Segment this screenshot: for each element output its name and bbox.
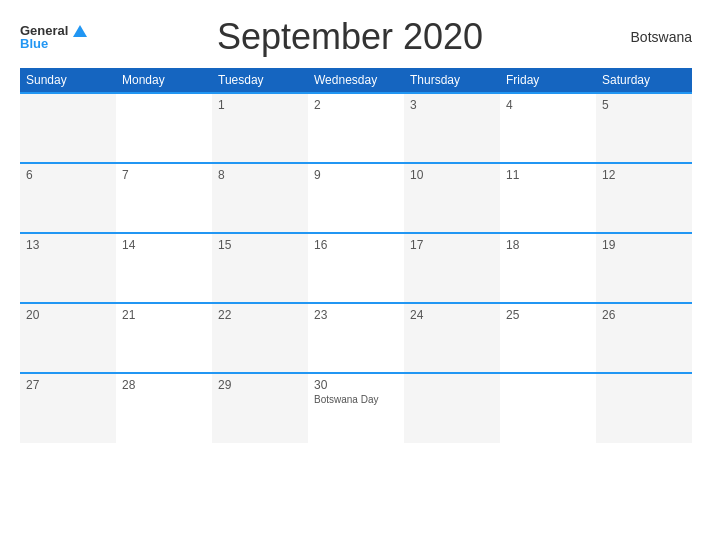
calendar-cell: 21 [116,303,212,373]
calendar-cell: 9 [308,163,404,233]
col-tuesday: Tuesday [212,68,308,93]
col-wednesday: Wednesday [308,68,404,93]
logo: General Blue [20,24,88,51]
day-event: Botswana Day [314,394,398,405]
calendar-title: September 2020 [88,16,612,58]
calendar-cell [500,373,596,443]
calendar-cell: 19 [596,233,692,303]
day-number: 23 [314,308,398,322]
logo-triangle-icon [73,25,87,37]
calendar-cell: 23 [308,303,404,373]
calendar-cell: 3 [404,93,500,163]
calendar-cell: 17 [404,233,500,303]
day-number: 29 [218,378,302,392]
day-number: 11 [506,168,590,182]
logo-blue-text: Blue [20,37,48,50]
calendar-cell: 1 [212,93,308,163]
day-number: 7 [122,168,206,182]
calendar-cell: 30Botswana Day [308,373,404,443]
day-number: 20 [26,308,110,322]
calendar-cell: 10 [404,163,500,233]
country-label: Botswana [612,29,692,45]
calendar-cell: 27 [20,373,116,443]
calendar-cell: 12 [596,163,692,233]
day-number: 2 [314,98,398,112]
calendar-cell [116,93,212,163]
day-number: 19 [602,238,686,252]
calendar-cell: 2 [308,93,404,163]
calendar-cell: 7 [116,163,212,233]
calendar-cell [20,93,116,163]
calendar-cell: 5 [596,93,692,163]
calendar-cell: 22 [212,303,308,373]
calendar-cell: 6 [20,163,116,233]
calendar-cell: 25 [500,303,596,373]
calendar-cell: 29 [212,373,308,443]
day-number: 14 [122,238,206,252]
calendar-cell: 26 [596,303,692,373]
calendar-cell [404,373,500,443]
day-number: 1 [218,98,302,112]
day-number: 24 [410,308,494,322]
day-number: 8 [218,168,302,182]
day-number: 18 [506,238,590,252]
calendar-cell: 18 [500,233,596,303]
col-sunday: Sunday [20,68,116,93]
calendar-cell: 28 [116,373,212,443]
day-number: 21 [122,308,206,322]
calendar-cell: 14 [116,233,212,303]
col-thursday: Thursday [404,68,500,93]
day-number: 15 [218,238,302,252]
calendar-cell: 20 [20,303,116,373]
day-number: 22 [218,308,302,322]
day-number: 6 [26,168,110,182]
calendar-cell: 16 [308,233,404,303]
day-number: 4 [506,98,590,112]
calendar-cell: 4 [500,93,596,163]
col-saturday: Saturday [596,68,692,93]
day-number: 16 [314,238,398,252]
header: General Blue September 2020 Botswana [20,16,692,58]
calendar-week-row: 20212223242526 [20,303,692,373]
day-number: 12 [602,168,686,182]
day-number: 13 [26,238,110,252]
calendar-cell: 15 [212,233,308,303]
calendar-cell: 24 [404,303,500,373]
day-number: 10 [410,168,494,182]
calendar-week-row: 27282930Botswana Day [20,373,692,443]
day-number: 5 [602,98,686,112]
day-number: 25 [506,308,590,322]
day-number: 9 [314,168,398,182]
calendar-cell: 8 [212,163,308,233]
day-number: 26 [602,308,686,322]
day-number: 27 [26,378,110,392]
page: General Blue September 2020 Botswana Sun… [0,0,712,550]
day-number: 30 [314,378,398,392]
col-friday: Friday [500,68,596,93]
calendar-week-row: 13141516171819 [20,233,692,303]
calendar-header-row: Sunday Monday Tuesday Wednesday Thursday… [20,68,692,93]
day-number: 28 [122,378,206,392]
day-number: 17 [410,238,494,252]
calendar-cell: 13 [20,233,116,303]
calendar-table: Sunday Monday Tuesday Wednesday Thursday… [20,68,692,443]
calendar-week-row: 6789101112 [20,163,692,233]
day-number: 3 [410,98,494,112]
col-monday: Monday [116,68,212,93]
calendar-cell [596,373,692,443]
calendar-week-row: 12345 [20,93,692,163]
calendar-cell: 11 [500,163,596,233]
